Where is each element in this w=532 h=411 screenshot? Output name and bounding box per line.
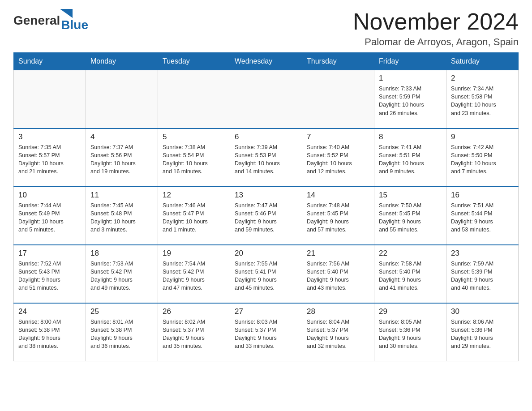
calendar-cell: 25Sunrise: 8:01 AM Sunset: 5:38 PM Dayli…: [86, 303, 158, 361]
calendar-cell: 8Sunrise: 7:41 AM Sunset: 5:51 PM Daylig…: [374, 128, 446, 187]
calendar-cell: [230, 70, 302, 128]
day-number: 8: [379, 133, 442, 141]
logo-general-text: General: [13, 13, 60, 28]
day-info: Sunrise: 7:59 AM Sunset: 5:39 PM Dayligh…: [451, 260, 514, 292]
day-info: Sunrise: 7:38 AM Sunset: 5:54 PM Dayligh…: [163, 143, 225, 176]
calendar-cell: [302, 70, 374, 128]
calendar-cell: 12Sunrise: 7:46 AM Sunset: 5:47 PM Dayli…: [158, 187, 230, 245]
calendar-cell: 21Sunrise: 7:56 AM Sunset: 5:40 PM Dayli…: [302, 245, 374, 303]
day-info: Sunrise: 7:46 AM Sunset: 5:47 PM Dayligh…: [163, 201, 225, 234]
calendar-cell: 7Sunrise: 7:40 AM Sunset: 5:52 PM Daylig…: [302, 128, 374, 187]
day-number: 14: [307, 191, 369, 200]
day-number: 5: [163, 133, 225, 141]
calendar-cell: 26Sunrise: 8:02 AM Sunset: 5:37 PM Dayli…: [158, 303, 230, 361]
day-info: Sunrise: 7:47 AM Sunset: 5:46 PM Dayligh…: [235, 201, 297, 234]
day-info: Sunrise: 7:45 AM Sunset: 5:48 PM Dayligh…: [90, 201, 153, 234]
day-info: Sunrise: 7:41 AM Sunset: 5:51 PM Dayligh…: [379, 143, 442, 176]
calendar-cell: 15Sunrise: 7:50 AM Sunset: 5:45 PM Dayli…: [374, 187, 446, 245]
day-number: 13: [235, 191, 297, 200]
calendar-cell: 13Sunrise: 7:47 AM Sunset: 5:46 PM Dayli…: [230, 187, 302, 245]
day-number: 17: [18, 249, 81, 258]
day-info: Sunrise: 8:02 AM Sunset: 5:37 PM Dayligh…: [163, 318, 225, 351]
calendar-header-thursday: Thursday: [302, 53, 374, 70]
day-info: Sunrise: 7:40 AM Sunset: 5:52 PM Dayligh…: [307, 143, 369, 176]
calendar-cell: 29Sunrise: 8:05 AM Sunset: 5:36 PM Dayli…: [374, 303, 446, 361]
day-info: Sunrise: 8:04 AM Sunset: 5:37 PM Dayligh…: [307, 318, 369, 351]
calendar-cell: 27Sunrise: 8:03 AM Sunset: 5:37 PM Dayli…: [230, 303, 302, 361]
calendar-cell: 14Sunrise: 7:48 AM Sunset: 5:45 PM Dayli…: [302, 187, 374, 245]
calendar-week-row-5: 24Sunrise: 8:00 AM Sunset: 5:38 PM Dayli…: [14, 303, 519, 361]
day-number: 10: [18, 191, 81, 200]
month-title: November 2024: [353, 9, 519, 34]
calendar-cell: 17Sunrise: 7:52 AM Sunset: 5:43 PM Dayli…: [14, 245, 86, 303]
day-info: Sunrise: 8:00 AM Sunset: 5:38 PM Dayligh…: [18, 318, 81, 351]
day-info: Sunrise: 7:39 AM Sunset: 5:53 PM Dayligh…: [235, 143, 297, 176]
calendar-week-row-3: 10Sunrise: 7:44 AM Sunset: 5:49 PM Dayli…: [14, 187, 519, 245]
calendar-cell: 1Sunrise: 7:33 AM Sunset: 5:59 PM Daylig…: [374, 70, 446, 128]
svg-marker-0: [60, 9, 73, 18]
calendar-week-row-1: 1Sunrise: 7:33 AM Sunset: 5:59 PM Daylig…: [14, 70, 519, 128]
day-info: Sunrise: 8:03 AM Sunset: 5:37 PM Dayligh…: [235, 318, 297, 351]
day-number: 22: [379, 249, 442, 258]
day-number: 6: [235, 133, 297, 141]
day-number: 4: [90, 133, 153, 141]
day-number: 12: [163, 191, 225, 200]
day-info: Sunrise: 8:06 AM Sunset: 5:36 PM Dayligh…: [451, 318, 514, 351]
day-number: 15: [379, 191, 442, 200]
day-number: 28: [307, 307, 369, 316]
day-info: Sunrise: 7:34 AM Sunset: 5:58 PM Dayligh…: [451, 85, 514, 117]
day-number: 23: [451, 249, 514, 258]
calendar-cell: 3Sunrise: 7:35 AM Sunset: 5:57 PM Daylig…: [14, 128, 86, 187]
day-number: 30: [451, 307, 514, 316]
calendar-header-saturday: Saturday: [446, 53, 519, 70]
day-number: 7: [307, 133, 369, 141]
day-number: 24: [18, 307, 81, 316]
day-info: Sunrise: 7:53 AM Sunset: 5:42 PM Dayligh…: [90, 260, 153, 292]
day-info: Sunrise: 8:01 AM Sunset: 5:38 PM Dayligh…: [90, 318, 153, 351]
logo-flag-icon: [60, 9, 73, 18]
calendar-cell: 2Sunrise: 7:34 AM Sunset: 5:58 PM Daylig…: [446, 70, 519, 128]
logo: General Blue: [13, 9, 88, 32]
day-info: Sunrise: 7:33 AM Sunset: 5:59 PM Dayligh…: [379, 85, 442, 117]
day-number: 1: [379, 74, 442, 83]
day-number: 18: [90, 249, 153, 258]
day-number: 11: [90, 191, 153, 200]
calendar-week-row-2: 3Sunrise: 7:35 AM Sunset: 5:57 PM Daylig…: [14, 128, 519, 187]
calendar-cell: 30Sunrise: 8:06 AM Sunset: 5:36 PM Dayli…: [446, 303, 519, 361]
day-info: Sunrise: 7:50 AM Sunset: 5:45 PM Dayligh…: [379, 201, 442, 234]
calendar-cell: [86, 70, 158, 128]
day-number: 16: [451, 191, 514, 200]
calendar-cell: 4Sunrise: 7:37 AM Sunset: 5:56 PM Daylig…: [86, 128, 158, 187]
calendar-cell: 28Sunrise: 8:04 AM Sunset: 5:37 PM Dayli…: [302, 303, 374, 361]
day-info: Sunrise: 7:37 AM Sunset: 5:56 PM Dayligh…: [90, 143, 153, 176]
day-info: Sunrise: 7:48 AM Sunset: 5:45 PM Dayligh…: [307, 201, 369, 234]
calendar-header-row: SundayMondayTuesdayWednesdayThursdayFrid…: [14, 53, 519, 70]
calendar-cell: 20Sunrise: 7:55 AM Sunset: 5:41 PM Dayli…: [230, 245, 302, 303]
calendar-cell: [14, 70, 86, 128]
title-area: November 2024 Palomar de Arroyos, Aragon…: [353, 9, 519, 48]
day-info: Sunrise: 7:56 AM Sunset: 5:40 PM Dayligh…: [307, 260, 369, 292]
day-number: 25: [90, 307, 153, 316]
calendar-cell: 22Sunrise: 7:58 AM Sunset: 5:40 PM Dayli…: [374, 245, 446, 303]
calendar-cell: 11Sunrise: 7:45 AM Sunset: 5:48 PM Dayli…: [86, 187, 158, 245]
day-info: Sunrise: 7:58 AM Sunset: 5:40 PM Dayligh…: [379, 260, 442, 292]
day-number: 29: [379, 307, 442, 316]
calendar-header-monday: Monday: [86, 53, 158, 70]
calendar-cell: 16Sunrise: 7:51 AM Sunset: 5:44 PM Dayli…: [446, 187, 519, 245]
calendar-table: SundayMondayTuesdayWednesdayThursdayFrid…: [13, 52, 519, 361]
calendar-cell: 6Sunrise: 7:39 AM Sunset: 5:53 PM Daylig…: [230, 128, 302, 187]
calendar-week-row-4: 17Sunrise: 7:52 AM Sunset: 5:43 PM Dayli…: [14, 245, 519, 303]
day-number: 20: [235, 249, 297, 258]
day-number: 19: [163, 249, 225, 258]
calendar-cell: 10Sunrise: 7:44 AM Sunset: 5:49 PM Dayli…: [14, 187, 86, 245]
calendar-header-wednesday: Wednesday: [230, 53, 302, 70]
day-number: 26: [163, 307, 225, 316]
logo-blue-part: Blue: [60, 9, 88, 32]
calendar-header-sunday: Sunday: [14, 53, 86, 70]
day-info: Sunrise: 7:44 AM Sunset: 5:49 PM Dayligh…: [18, 201, 81, 234]
day-number: 21: [307, 249, 369, 258]
location-subtitle: Palomar de Arroyos, Aragon, Spain: [353, 36, 519, 48]
calendar-header-tuesday: Tuesday: [158, 53, 230, 70]
page-header: General Blue November 2024 Palomar de Ar…: [13, 9, 519, 48]
calendar-cell: [158, 70, 230, 128]
